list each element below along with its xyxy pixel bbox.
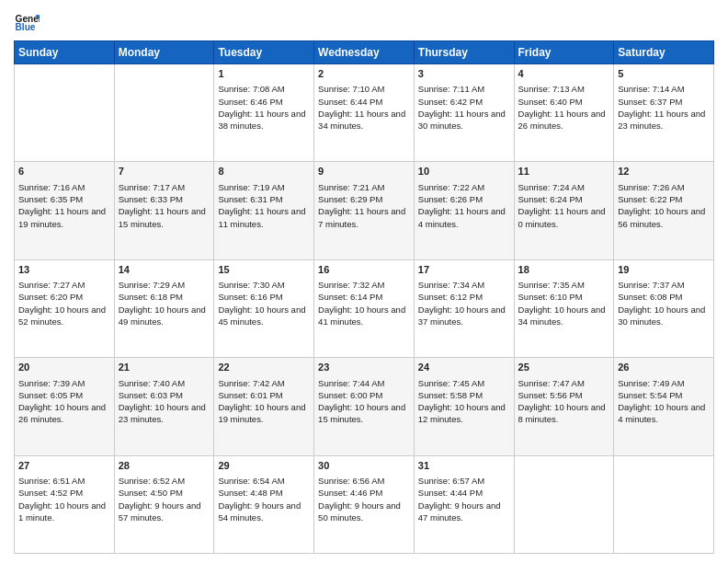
- cell-text: Daylight: 11 hours and 0 minutes.: [518, 205, 610, 230]
- cell-text: Sunset: 6:14 PM: [318, 291, 410, 303]
- cell-text: Sunrise: 7:26 AM: [618, 181, 710, 193]
- cell-text: Sunset: 6:31 PM: [218, 193, 310, 205]
- cell-text: Daylight: 11 hours and 38 minutes.: [218, 108, 310, 132]
- cell-text: Sunrise: 7:17 AM: [119, 181, 210, 193]
- cell-text: Daylight: 10 hours and 23 minutes.: [119, 401, 210, 426]
- cell-text: Sunrise: 6:56 AM: [318, 475, 410, 487]
- calendar-cell: 24Sunrise: 7:45 AMSunset: 5:58 PMDayligh…: [414, 358, 514, 455]
- cell-text: Sunrise: 7:29 AM: [119, 279, 210, 291]
- svg-text:Blue: Blue: [16, 22, 36, 32]
- day-number: 25: [518, 361, 610, 374]
- day-number: 2: [318, 67, 410, 81]
- day-number: 18: [518, 263, 610, 277]
- calendar-cell: 12Sunrise: 7:26 AMSunset: 6:22 PMDayligh…: [614, 162, 714, 259]
- cell-text: Sunset: 6:20 PM: [18, 291, 110, 303]
- day-number: 5: [618, 67, 710, 81]
- cell-text: Daylight: 9 hours and 47 minutes.: [418, 500, 510, 524]
- calendar-cell: 2Sunrise: 7:10 AMSunset: 6:44 PMDaylight…: [314, 64, 415, 162]
- calendar-cell: 27Sunrise: 6:51 AMSunset: 4:52 PMDayligh…: [15, 455, 115, 553]
- cell-text: Sunset: 6:10 PM: [518, 291, 610, 303]
- cell-text: Sunset: 6:22 PM: [618, 193, 710, 205]
- cell-text: Daylight: 11 hours and 4 minutes.: [418, 205, 510, 230]
- calendar-cell: 31Sunrise: 6:57 AMSunset: 4:44 PMDayligh…: [414, 455, 514, 553]
- cell-text: Daylight: 9 hours and 57 minutes.: [119, 500, 210, 524]
- cell-text: Sunrise: 7:35 AM: [518, 279, 610, 291]
- cell-text: Sunrise: 7:44 AM: [318, 377, 410, 389]
- day-number: 29: [218, 459, 310, 473]
- cell-text: Sunrise: 7:37 AM: [618, 279, 710, 291]
- weekday-header-tuesday: Tuesday: [214, 41, 314, 64]
- cell-text: Daylight: 10 hours and 15 minutes.: [318, 401, 410, 426]
- cell-text: Sunset: 4:46 PM: [318, 487, 410, 499]
- cell-text: Sunrise: 7:24 AM: [518, 181, 610, 193]
- cell-text: Daylight: 10 hours and 37 minutes.: [418, 304, 510, 328]
- day-number: 30: [318, 459, 410, 473]
- cell-text: Sunset: 6:03 PM: [119, 389, 210, 401]
- day-number: 6: [18, 165, 110, 178]
- weekday-header-thursday: Thursday: [414, 41, 514, 64]
- day-number: 22: [218, 361, 310, 374]
- cell-text: Sunrise: 7:10 AM: [318, 83, 410, 95]
- cell-text: Sunset: 4:52 PM: [18, 487, 110, 499]
- cell-text: Sunrise: 6:51 AM: [18, 475, 110, 487]
- cell-text: Sunrise: 7:49 AM: [618, 377, 710, 389]
- cell-text: Sunset: 6:16 PM: [218, 291, 310, 303]
- cell-text: Sunset: 6:24 PM: [518, 193, 610, 205]
- calendar-cell: 11Sunrise: 7:24 AMSunset: 6:24 PMDayligh…: [514, 162, 614, 259]
- cell-text: Daylight: 11 hours and 19 minutes.: [18, 205, 110, 230]
- day-number: 27: [18, 459, 110, 473]
- day-number: 3: [418, 67, 510, 81]
- calendar-cell: 29Sunrise: 6:54 AMSunset: 4:48 PMDayligh…: [214, 455, 314, 553]
- cell-text: Sunrise: 6:54 AM: [218, 475, 310, 487]
- calendar-cell: 26Sunrise: 7:49 AMSunset: 5:54 PMDayligh…: [614, 358, 714, 455]
- cell-text: Sunset: 6:40 PM: [518, 96, 610, 108]
- cell-text: Daylight: 10 hours and 1 minute.: [18, 500, 110, 524]
- calendar-cell: 6Sunrise: 7:16 AMSunset: 6:35 PMDaylight…: [15, 162, 115, 259]
- calendar-cell: 8Sunrise: 7:19 AMSunset: 6:31 PMDaylight…: [214, 162, 314, 259]
- day-number: 4: [518, 67, 610, 81]
- cell-text: Sunset: 5:58 PM: [418, 389, 510, 401]
- day-number: 9: [318, 165, 410, 178]
- cell-text: Sunrise: 7:40 AM: [119, 377, 210, 389]
- calendar-cell: 13Sunrise: 7:27 AMSunset: 6:20 PMDayligh…: [15, 259, 115, 357]
- day-number: 14: [119, 263, 210, 277]
- cell-text: Sunset: 5:56 PM: [518, 389, 610, 401]
- cell-text: Sunrise: 7:21 AM: [318, 181, 410, 193]
- cell-text: Daylight: 10 hours and 12 minutes.: [418, 401, 510, 426]
- day-number: 28: [119, 459, 210, 473]
- calendar-cell: [514, 455, 614, 553]
- cell-text: Daylight: 10 hours and 52 minutes.: [18, 304, 110, 328]
- cell-text: Daylight: 11 hours and 34 minutes.: [318, 108, 410, 132]
- calendar-cell: 28Sunrise: 6:52 AMSunset: 4:50 PMDayligh…: [114, 455, 214, 553]
- cell-text: Sunset: 6:37 PM: [618, 96, 710, 108]
- cell-text: Sunset: 6:42 PM: [418, 96, 510, 108]
- cell-text: Sunrise: 7:14 AM: [618, 83, 710, 95]
- cell-text: Sunrise: 7:45 AM: [418, 377, 510, 389]
- calendar-cell: 15Sunrise: 7:30 AMSunset: 6:16 PMDayligh…: [214, 259, 314, 357]
- calendar-cell: [15, 64, 115, 162]
- cell-text: Daylight: 11 hours and 26 minutes.: [518, 108, 610, 132]
- calendar-cell: 1Sunrise: 7:08 AMSunset: 6:46 PMDaylight…: [214, 64, 314, 162]
- calendar-cell: 10Sunrise: 7:22 AMSunset: 6:26 PMDayligh…: [414, 162, 514, 259]
- cell-text: Sunrise: 6:57 AM: [418, 475, 510, 487]
- logo: General Blue: [14, 9, 43, 35]
- day-number: 10: [418, 165, 510, 178]
- calendar-cell: 9Sunrise: 7:21 AMSunset: 6:29 PMDaylight…: [314, 162, 415, 259]
- cell-text: Sunrise: 7:42 AM: [218, 377, 310, 389]
- day-number: 8: [218, 165, 310, 178]
- day-number: 13: [18, 263, 110, 277]
- cell-text: Daylight: 9 hours and 54 minutes.: [218, 500, 310, 524]
- cell-text: Daylight: 10 hours and 41 minutes.: [318, 304, 410, 328]
- day-number: 23: [318, 361, 410, 374]
- cell-text: Sunrise: 6:52 AM: [119, 475, 210, 487]
- calendar-cell: 30Sunrise: 6:56 AMSunset: 4:46 PMDayligh…: [314, 455, 415, 553]
- cell-text: Sunrise: 7:32 AM: [318, 279, 410, 291]
- cell-text: Sunrise: 7:08 AM: [218, 83, 310, 95]
- cell-text: Daylight: 9 hours and 50 minutes.: [318, 500, 410, 524]
- cell-text: Daylight: 10 hours and 56 minutes.: [618, 205, 710, 230]
- cell-text: Daylight: 10 hours and 30 minutes.: [618, 304, 710, 328]
- cell-text: Daylight: 11 hours and 15 minutes.: [119, 205, 210, 230]
- cell-text: Sunset: 6:00 PM: [318, 389, 410, 401]
- cell-text: Daylight: 10 hours and 8 minutes.: [518, 401, 610, 426]
- calendar-cell: 18Sunrise: 7:35 AMSunset: 6:10 PMDayligh…: [514, 259, 614, 357]
